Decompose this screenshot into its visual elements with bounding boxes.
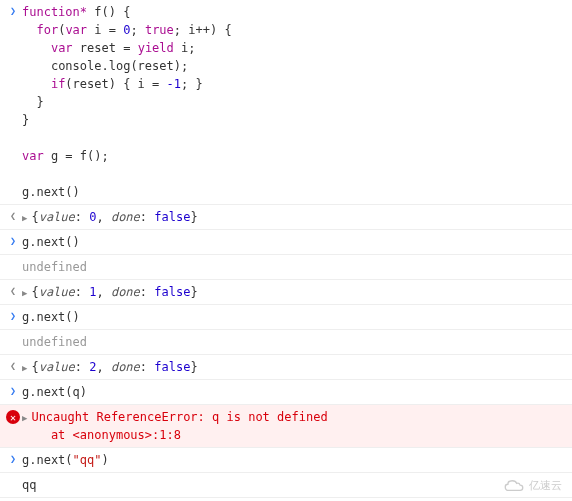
result-object: ▶{value: 1, done: false} (22, 283, 572, 301)
error-text: ▶Uncaught ReferenceError: q is not defin… (22, 408, 572, 444)
result-row[interactable]: ❮ ▶{value: 1, done: false} (0, 280, 572, 305)
error-row[interactable]: ✕ ▶Uncaught ReferenceError: q is not def… (0, 405, 572, 448)
chevron-right-icon: ❯ (10, 5, 16, 16)
watermark-logo: 亿速云 (503, 478, 562, 493)
console-input-row[interactable]: ❯ g.next() (0, 305, 572, 330)
result-row[interactable]: ❮ ▶{value: 0, done: false} (0, 205, 572, 230)
result-row[interactable]: ❮ ▶{value: 2, done: false} (0, 355, 572, 380)
console-input-row[interactable]: ❯ function* f() { for(var i = 0; true; i… (0, 0, 572, 205)
input-text: g.next(q) (22, 383, 572, 401)
log-value: qq (22, 476, 572, 494)
chevron-left-icon: ❮ (10, 285, 16, 296)
log-row: undefined (0, 255, 572, 280)
chevron-right-icon: ❯ (10, 310, 16, 321)
log-row: qq (0, 473, 572, 498)
error-icon: ✕ (6, 410, 20, 424)
expand-triangle-icon[interactable]: ▶ (22, 413, 27, 423)
input-text: g.next() (22, 308, 572, 326)
watermark-text: 亿速云 (529, 478, 562, 493)
log-value: undefined (22, 258, 572, 276)
result-object: ▶{value: 0, done: false} (22, 208, 572, 226)
input-text: g.next() (22, 233, 572, 251)
console-input-row[interactable]: ❯ g.next() (0, 230, 572, 255)
chevron-right-icon: ❯ (10, 235, 16, 246)
console-input-row[interactable]: ❯ g.next(q) (0, 380, 572, 405)
log-value: undefined (22, 333, 572, 351)
code-block: function* f() { for(var i = 0; true; i++… (22, 3, 572, 201)
input-text: g.next("qq") (22, 451, 572, 469)
expand-triangle-icon[interactable]: ▶ (22, 363, 27, 373)
console-panel: ❯ function* f() { for(var i = 0; true; i… (0, 0, 572, 501)
log-row: undefined (0, 330, 572, 355)
chevron-left-icon: ❮ (10, 360, 16, 371)
result-object: ▶{value: 2, done: false} (22, 358, 572, 376)
console-input-row[interactable]: ❯ g.next("qq") (0, 448, 572, 473)
chevron-left-icon: ❮ (10, 210, 16, 221)
cloud-icon (503, 479, 525, 493)
chevron-right-icon: ❯ (10, 385, 16, 396)
expand-triangle-icon[interactable]: ▶ (22, 213, 27, 223)
chevron-right-icon: ❯ (10, 453, 16, 464)
expand-triangle-icon[interactable]: ▶ (22, 288, 27, 298)
